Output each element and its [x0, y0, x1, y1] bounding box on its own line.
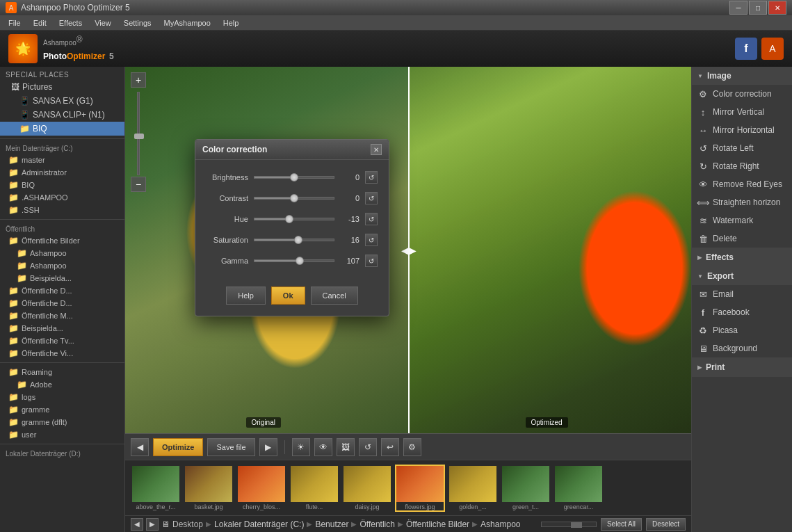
sidebar-item-adobe[interactable]: 📁Adobe: [0, 378, 124, 391]
sidebar-item-gramme[interactable]: 📁gramme: [0, 403, 124, 416]
scroll-bar[interactable]: [541, 522, 597, 527]
help-button[interactable]: Help: [226, 287, 266, 305]
sidebar-item-offentliche-tv[interactable]: 📁Öffentliche Tv...: [0, 334, 124, 347]
next-button[interactable]: ▶: [259, 438, 277, 456]
sidebar-item-sansa-clip[interactable]: 📱 SANSA CLIP+ (N1): [0, 108, 124, 122]
thumb-daisy[interactable]: daisy.jpg: [342, 465, 392, 512]
rp-color-correction[interactable]: ⚙ Color correction: [692, 85, 792, 103]
optimize-button[interactable]: Optimize: [153, 438, 203, 456]
menu-help[interactable]: Help: [218, 17, 245, 29]
sidebar-item-beispiel[interactable]: 📁Beispielda...: [0, 272, 124, 284]
sidebar-item-admin[interactable]: 📁Administrator: [0, 166, 124, 179]
rp-mirror-horizontal[interactable]: ↔ Mirror Horizontal: [692, 121, 792, 139]
zoom-slider[interactable]: [131, 92, 146, 175]
menu-effects[interactable]: Effects: [54, 17, 88, 29]
sidebar-item-biq2[interactable]: 📁BIQ: [0, 179, 124, 191]
sidebar-item-ashampoo2[interactable]: 📁Ashampoo: [0, 259, 124, 272]
rp-section-header-export[interactable]: ▼ Export: [692, 267, 792, 285]
breadcrumb-c[interactable]: Lokaler Datenträger (C:): [214, 519, 304, 529]
sidebar-item-beispiel2[interactable]: 📁Beispielda...: [0, 322, 124, 334]
rp-facebook[interactable]: f Facebook: [692, 303, 792, 321]
prev-button[interactable]: ◀: [131, 438, 149, 456]
thumb-flute[interactable]: flute...: [289, 465, 339, 512]
rp-straighten-horizon[interactable]: ⟺ Straighten horizon: [692, 193, 792, 211]
contrast-reset[interactable]: ↺: [365, 192, 378, 204]
thumb-cherry[interactable]: cherry_blos...: [236, 465, 286, 512]
select-all-button[interactable]: Select All: [601, 518, 642, 531]
thumb-golden[interactable]: golden_...: [448, 465, 498, 512]
menu-view[interactable]: View: [89, 17, 117, 29]
menu-edit[interactable]: Edit: [28, 17, 52, 29]
sidebar-item-offentliche-d2[interactable]: 📁Öffentliche D...: [0, 297, 124, 309]
rp-delete[interactable]: 🗑 Delete: [692, 229, 792, 248]
thumb-basket[interactable]: basket.jpg: [184, 465, 234, 512]
close-button[interactable]: ✕: [768, 1, 786, 15]
rp-section-header-effects[interactable]: ▶ Effects: [692, 248, 792, 266]
deselect-button[interactable]: Deselect: [646, 518, 686, 531]
zoom-in-button[interactable]: +: [131, 72, 146, 88]
breadcrumb-offentliche-bilder[interactable]: Öffentliche Bilder: [406, 519, 469, 529]
sidebar-item-ashampoo-dot[interactable]: 📁.ASHAMPOO: [0, 191, 124, 204]
modal-title-bar[interactable]: Color correction ✕: [195, 140, 389, 160]
saturation-reset[interactable]: ↺: [365, 234, 378, 246]
status-nav-next[interactable]: ▶: [146, 518, 159, 531]
breadcrumb-ashampoo[interactable]: Ashampoo: [480, 519, 520, 529]
thumb-flowers[interactable]: flowers.jpg: [395, 465, 445, 512]
breadcrumb-offentlich[interactable]: Öffentlich: [359, 519, 394, 529]
rp-mirror-vertical[interactable]: ↕ Mirror Vertical: [692, 103, 792, 121]
menu-myashampoo[interactable]: MyAshampoo: [159, 17, 216, 29]
contrast-slider[interactable]: [254, 197, 334, 200]
sidebar-item-gramme-dflt[interactable]: 📁gramme (dflt): [0, 416, 124, 428]
menu-settings[interactable]: Settings: [118, 17, 157, 29]
sidebar-item-master[interactable]: 📁master: [0, 154, 124, 166]
rp-remove-red-eyes[interactable]: 👁 Remove Red Eyes: [692, 175, 792, 193]
undo-icon-btn[interactable]: ↩: [381, 438, 399, 456]
sidebar-item-roaming[interactable]: 📁Roaming: [0, 366, 124, 378]
brightness-slider[interactable]: [254, 176, 334, 179]
thumb-greencar[interactable]: greencar...: [553, 465, 604, 512]
sidebar-item-ashampoo1[interactable]: 📁Ashampoo: [0, 247, 124, 259]
gamma-slider[interactable]: [254, 259, 334, 262]
sidebar-item-user[interactable]: 📁user: [0, 428, 124, 441]
saturation-slider[interactable]: [254, 239, 334, 241]
save-file-button[interactable]: Save file: [207, 438, 254, 456]
rp-email[interactable]: ✉ Email: [692, 285, 792, 303]
split-line[interactable]: ◀ ▶: [408, 67, 410, 433]
facebook-icon[interactable]: f: [735, 38, 757, 60]
sidebar-item-logs[interactable]: 📁logs: [0, 391, 124, 403]
sidebar-item-ssh[interactable]: 📁.SSH: [0, 204, 124, 216]
rp-rotate-right[interactable]: ↻ Rotate Right: [692, 157, 792, 175]
rotate-left-icon-btn[interactable]: ↺: [359, 438, 377, 456]
thumb-above[interactable]: above_the_r...: [131, 465, 181, 512]
sidebar-item-sansa-ex[interactable]: 📱 SANSA EX (G1): [0, 94, 124, 108]
hue-reset[interactable]: ↺: [365, 213, 378, 225]
sidebar-item-offentliche-d1[interactable]: 📁Öffentliche D...: [0, 284, 124, 297]
ok-button[interactable]: Ok: [271, 287, 305, 305]
zoom-out-button[interactable]: −: [131, 177, 146, 192]
settings-icon-btn[interactable]: ⚙: [403, 438, 421, 456]
sidebar-item-pictures[interactable]: 🖼 Pictures: [0, 80, 124, 94]
breadcrumb-benutzer[interactable]: Benutzer: [315, 519, 348, 529]
rp-section-header-print[interactable]: ▶ Print: [692, 358, 792, 376]
rp-watermark[interactable]: ≋ Watermark: [692, 211, 792, 229]
minimize-button[interactable]: ─: [729, 1, 747, 15]
gamma-reset[interactable]: ↺: [365, 255, 378, 267]
rp-section-header-image[interactable]: ▼ Image: [692, 67, 792, 85]
rp-picasa[interactable]: ♻ Picasa: [692, 321, 792, 339]
hue-slider[interactable]: [254, 218, 334, 220]
sidebar-item-biq[interactable]: 📁 BIQ: [0, 122, 124, 136]
ashampoo-icon[interactable]: A: [761, 38, 784, 60]
sidebar-item-offentliche-vi[interactable]: 📁Öffentliche Vi...: [0, 347, 124, 360]
rp-rotate-left[interactable]: ↺ Rotate Left: [692, 139, 792, 157]
sidebar-item-offentliche-m[interactable]: 📁Öffentliche M...: [0, 309, 124, 322]
photo-icon-btn[interactable]: 🖼: [337, 438, 355, 456]
modal-close-button[interactable]: ✕: [371, 144, 382, 155]
thumb-green-t[interactable]: green_t...: [501, 465, 551, 512]
eye-icon-btn[interactable]: 👁: [314, 438, 332, 456]
status-nav-prev[interactable]: ◀: [131, 518, 143, 531]
maximize-button[interactable]: □: [749, 1, 767, 15]
cancel-button[interactable]: Cancel: [311, 287, 358, 305]
sidebar-item-offentliche-bilder[interactable]: 📁Öffentliche Bilder: [0, 234, 124, 247]
brightness-reset[interactable]: ↺: [365, 171, 378, 184]
rp-background[interactable]: 🖥 Background: [692, 339, 792, 357]
